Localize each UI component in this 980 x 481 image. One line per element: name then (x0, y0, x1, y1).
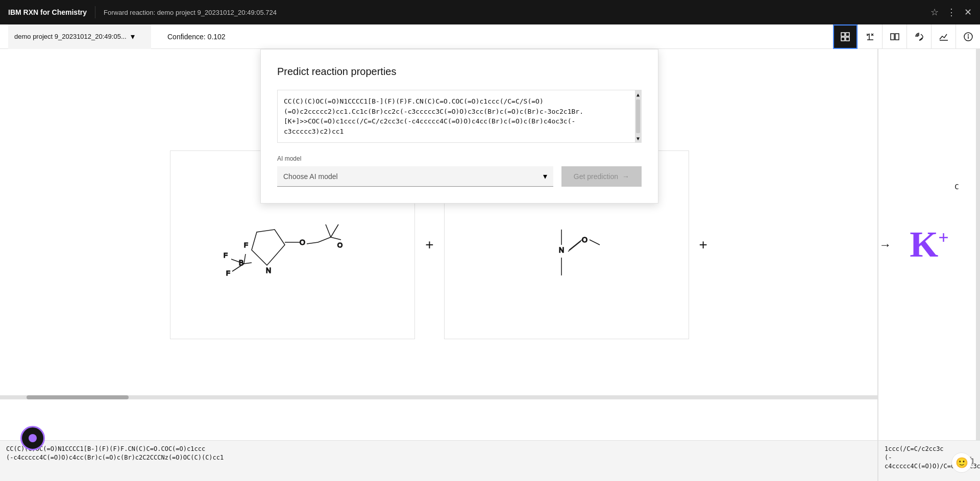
svg-text:F: F (224, 251, 228, 259)
product-smiles-1: 1ccc(/C=C/c2cc3c (885, 445, 944, 452)
split-icon (890, 32, 900, 42)
main-content: N B F F F (0, 49, 980, 481)
svg-text:F: F (226, 269, 230, 277)
chart-icon (939, 32, 949, 42)
brand-ibm: IBM (8, 8, 21, 16)
svg-line-30 (331, 237, 341, 240)
smiles-value: CC(C)(C)OC(=O)N1CCCC1[B-](F)(F)F.CN(C)C=… (284, 97, 583, 135)
svg-text:F: F (244, 241, 248, 249)
product-molecule-area: → C K+ (878, 49, 980, 440)
svg-text:O: O (582, 236, 587, 244)
plus-sign-2: + (699, 237, 707, 253)
star-icon[interactable]: ☆ (930, 7, 939, 18)
svg-rect-2 (841, 37, 845, 41)
smiles-text-line2: (-c4ccccc4C(=O)O)c4cc(Br)c(=O)c(Br)c2C2C… (6, 454, 224, 461)
smiles-display-text: CC(C)(C)OC(=O)N1CCCC1[B-](F)(F)F.CN(C)C=… (284, 96, 635, 136)
ai-model-placeholder: Choose AI model (283, 172, 338, 181)
close-icon[interactable]: ✕ (964, 7, 972, 18)
ai-model-row: Choose AI model ▾ Get prediction → (277, 166, 642, 187)
project-selector-text: demo project 9_20231012_20:49:05... (14, 33, 127, 40)
get-prediction-label: Get prediction (574, 172, 618, 181)
toolbar-edit[interactable] (857, 24, 882, 49)
confidence-label: Confidence: 0.102 (155, 33, 226, 41)
brand-name: RXN for Chemistry (23, 8, 87, 16)
reaction-arrow-icon: → (879, 238, 891, 252)
svg-line-29 (318, 237, 331, 242)
svg-text:O: O (300, 238, 305, 246)
svg-rect-11 (895, 34, 899, 40)
svg-rect-0 (841, 33, 845, 36)
chevron-down-icon: ▾ (131, 32, 135, 41)
ai-model-select[interactable]: Choose AI model ▾ (277, 166, 553, 187)
brand-logo: IBM RXN for Chemistry (8, 8, 87, 16)
scroll-up-btn[interactable]: ▲ (635, 90, 641, 98)
sub-bar-left: demo project 9_20231012_20:49:05... ▾ Co… (0, 24, 234, 49)
record-button[interactable] (20, 426, 45, 450)
k-superscript: + (938, 227, 949, 248)
svg-line-37 (568, 241, 581, 251)
svg-text:N: N (559, 246, 564, 254)
toolbar-fingerprint[interactable] (906, 24, 931, 49)
k-label: K (910, 224, 938, 265)
svg-text:O: O (337, 241, 342, 249)
svg-text:N: N (266, 266, 271, 274)
record-indicator (29, 434, 37, 442)
svg-line-40 (590, 240, 600, 245)
top-bar-icons: ☆ ⋮ ✕ (930, 7, 972, 18)
top-bar-left: IBM RXN for Chemistry Forward reaction: … (8, 6, 277, 18)
project-subtitle: Forward reaction: demo project 9_2023101… (104, 9, 277, 16)
svg-rect-1 (846, 33, 849, 36)
svg-rect-10 (891, 34, 894, 40)
get-prediction-button[interactable]: Get prediction → (561, 166, 642, 187)
h-scrollbar[interactable] (0, 395, 877, 399)
arrow-right-icon: → (622, 172, 629, 181)
scroll-track[interactable] (636, 99, 640, 133)
svg-line-22 (244, 263, 252, 264)
svg-point-15 (968, 35, 968, 35)
svg-line-25 (244, 254, 246, 264)
svg-line-35 (569, 240, 582, 250)
toolbar-info[interactable] (955, 24, 980, 49)
svg-line-31 (326, 224, 331, 237)
emoji-button[interactable]: 🙂 (951, 452, 972, 473)
more-icon[interactable]: ⋮ (947, 7, 956, 18)
toolbar-split[interactable] (882, 24, 906, 49)
svg-rect-3 (846, 37, 849, 41)
svg-marker-16 (252, 230, 285, 265)
predict-panel-title: Predict reaction properties (277, 66, 642, 78)
sub-bar: demo project 9_20231012_20:49:05... ▾ Co… (0, 24, 980, 49)
plus-sign-1: + (425, 237, 433, 253)
top-bar: IBM RXN for Chemistry Forward reaction: … (0, 0, 980, 24)
toolbar-chart[interactable] (931, 24, 955, 49)
reaction-view-icon (840, 32, 850, 42)
edit-icon (865, 32, 875, 42)
project-selector[interactable]: demo project 9_20231012_20:49:05... ▾ (8, 24, 151, 49)
emoji-icon: 🙂 (955, 457, 968, 469)
right-scrollbar[interactable] (976, 49, 980, 440)
right-panel: → C K+ 1ccc(/C=C/c2cc3c (-c4ccccc4C(=O)O… (878, 49, 980, 481)
smiles-input-area[interactable]: CC(C)(C)OC(=O)N1CCCC1[B-](F)(F)F.CN(C)C=… (277, 90, 642, 143)
partial-molecule-top: C (954, 183, 959, 191)
toolbar-reaction-view[interactable] (833, 24, 857, 49)
k-plus-container: → C K+ (910, 223, 949, 266)
predict-panel: Predict reaction properties CC(C)(C)OC(=… (260, 49, 658, 204)
svg-line-24 (232, 264, 244, 271)
fingerprint-icon (914, 32, 924, 42)
toolbar (833, 24, 980, 48)
svg-line-32 (331, 224, 338, 237)
scroll-down-btn[interactable]: ▼ (635, 134, 641, 142)
ai-model-label: AI model (277, 155, 642, 162)
info-icon (963, 32, 973, 42)
k-plus-label: K+ (910, 224, 949, 265)
smiles-bar: CC(C)(C)OC(=O)N1CCCC1[B-](F)(F)F.CN(C)C=… (0, 440, 877, 481)
h-scrollbar-thumb[interactable] (27, 395, 129, 399)
smiles-scrollbar[interactable]: ▲ ▼ (635, 90, 641, 142)
chevron-down-icon: ▾ (543, 171, 547, 181)
top-bar-divider (95, 6, 95, 18)
svg-line-28 (307, 242, 318, 244)
